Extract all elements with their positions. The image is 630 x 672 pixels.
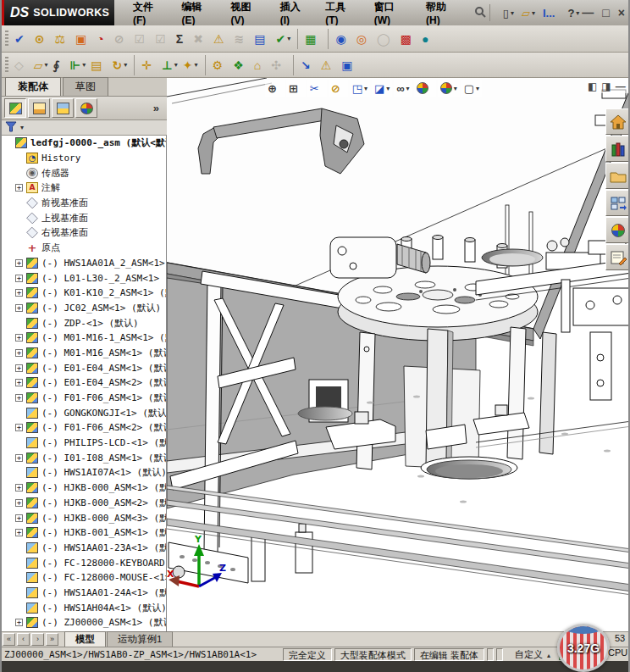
- close-button[interactable]: ×: [618, 7, 625, 19]
- expand-toggle[interactable]: +: [15, 379, 23, 386]
- configuration-manager-tab-button[interactable]: [52, 98, 74, 118]
- tree-item[interactable]: + (-) I01-I08_ASM<1> (默认): [2, 450, 166, 465]
- expand-toggle[interactable]: +: [15, 349, 23, 357]
- target-rings-icon[interactable]: ◎▾: [354, 29, 374, 49]
- tree-item[interactable]: + ledfgj-0000-_asm (默认<默认: [2, 136, 166, 151]
- minimize-button[interactable]: —: [582, 7, 594, 19]
- smart-fasteners-icon[interactable]: ✦▾: [180, 55, 201, 75]
- expand-toggle[interactable]: +: [15, 514, 23, 522]
- hide-show-items-icon[interactable]: ∞▾: [394, 80, 412, 97]
- toolbar-drag-handle[interactable]: [5, 31, 8, 47]
- tree-item[interactable]: + (-) ZDP-<1> (默认): [2, 315, 166, 330]
- tree-item[interactable]: + (-) HJKB-000_ASM<1> (默认): [2, 480, 166, 496]
- dropdown-arrow-icon[interactable]: ▾: [511, 9, 514, 17]
- command-tab[interactable]: 装配体: [5, 77, 61, 96]
- compare-parts-icon[interactable]: ▩▾: [398, 29, 419, 49]
- disabled-tool-icon[interactable]: ✣▾: [268, 55, 289, 75]
- tree-item[interactable]: + 前视基准面: [2, 196, 166, 211]
- belt-chain-icon[interactable]: ↘▾: [293, 55, 318, 75]
- tree-item[interactable]: + (-) HWS1AA01-23A<1> (默认): [2, 541, 166, 556]
- task-pane-custom-properties-tab[interactable]: [605, 244, 630, 270]
- menu-item[interactable]: 插入(I): [274, 0, 316, 29]
- dropdown-arrow-icon[interactable]: ▾: [45, 61, 48, 69]
- tree-item[interactable]: + (-) M01-M16-1_ASM<1> (默认): [2, 330, 166, 346]
- expand-toggle[interactable]: +: [15, 184, 23, 192]
- doc-compare-icon[interactable]: ▤▾: [251, 29, 273, 49]
- approve-disabled-icon[interactable]: ◯▾: [374, 29, 398, 49]
- expand-toggle[interactable]: +: [15, 364, 23, 372]
- dropdown-arrow-icon[interactable]: ▾: [386, 85, 390, 92]
- tree-item[interactable]: + (-) E01-E04_ASM<2> (默认): [2, 375, 166, 391]
- tree-item[interactable]: + 上视基准面: [2, 210, 166, 225]
- performance-evaluation-icon[interactable]: ◔▾: [94, 29, 111, 49]
- table-delete-icon[interactable]: ▦▾: [297, 29, 323, 49]
- dropdown-arrow-icon[interactable]: ▾: [406, 85, 410, 92]
- mass-properties-icon[interactable]: ⚖▾: [52, 29, 74, 49]
- expand-toggle[interactable]: +: [15, 289, 23, 297]
- section-properties-icon[interactable]: ▣▾: [73, 29, 94, 49]
- tree-item[interactable]: + 传感器: [2, 165, 166, 180]
- custom-arrow-icon[interactable]: ▴: [547, 652, 550, 659]
- expand-toggle[interactable]: +: [15, 529, 23, 536]
- dropdown-arrow-icon[interactable]: ▾: [124, 61, 127, 69]
- motion-last-button[interactable]: »: [46, 633, 58, 646]
- menu-item[interactable]: 窗口(W): [368, 0, 416, 29]
- tree-item[interactable]: + (-) M01-M16_ASM<1> (默认): [2, 346, 166, 361]
- expand-toggle[interactable]: +: [15, 304, 23, 312]
- component-preview-icon[interactable]: ▤▾: [88, 55, 109, 75]
- move-component-icon[interactable]: ✛▾: [134, 55, 159, 75]
- filter-dropdown-arrow[interactable]: ▾: [20, 124, 24, 131]
- open-part-icon[interactable]: ▱▾: [31, 55, 51, 75]
- doc-pane-left-icon[interactable]: ◧: [588, 81, 597, 92]
- dropdown-arrow-icon[interactable]: ▾: [287, 35, 290, 42]
- tree-item[interactable]: + (-) PHILIPS-LCD-<1> (默认): [2, 436, 166, 451]
- insert-component-icon[interactable]: ◇▾: [12, 55, 31, 75]
- dropdown-arrow-icon[interactable]: ▾: [82, 61, 86, 69]
- document-tab[interactable]: 模型: [64, 631, 106, 647]
- tree-item[interactable]: + (-) HJKB-001_ASM<1> (默认): [2, 525, 166, 541]
- property-manager-tab-button[interactable]: [28, 98, 50, 118]
- dropdown-arrow-icon[interactable]: ▾: [174, 61, 178, 69]
- zoom-area-icon[interactable]: ⊞▾: [286, 80, 306, 97]
- simulation-icon[interactable]: ⚠▾: [318, 55, 340, 75]
- mates-icon[interactable]: ⊩▾: [67, 55, 88, 75]
- task-pane-view-palette-tab[interactable]: [605, 190, 630, 216]
- task-pane-file-explorer-tab[interactable]: [605, 163, 630, 189]
- expand-toggle[interactable]: +: [15, 454, 23, 462]
- maximize-button[interactable]: □: [602, 7, 609, 19]
- spellcheck-icon[interactable]: ✔▾: [12, 29, 32, 49]
- motion-prev-button[interactable]: ‹: [17, 633, 30, 646]
- expand-toggle[interactable]: +: [15, 619, 23, 626]
- assembly-visualize-icon[interactable]: ⌂▾: [251, 55, 268, 75]
- tree-item[interactable]: + (-) K01-K10_2_ASM<1> (默认): [2, 286, 166, 301]
- more-commands-label[interactable]: I...▾: [540, 6, 562, 20]
- tree-item[interactable]: + (-) F01-F06_ASM<2> (默认): [2, 420, 166, 436]
- section-cylinder-icon[interactable]: ⊘▾: [329, 80, 348, 97]
- edit-appearance-icon[interactable]: ▾: [414, 80, 436, 97]
- display-manager-tab-button[interactable]: [75, 98, 97, 118]
- tree-item[interactable]: + (-) HWS1AA01A_2_ASM<1> (默认): [2, 256, 166, 271]
- expand-toggle[interactable]: +: [15, 484, 23, 492]
- tree-item[interactable]: + (-) FC-128000-KEYBOARD--<: [2, 555, 166, 570]
- motion-first-button[interactable]: «: [3, 633, 15, 646]
- doc-minimize-icon[interactable]: —: [616, 81, 626, 92]
- tree-item[interactable]: + (-) E01-E04_ASM<1> (默认): [2, 360, 166, 375]
- view-orientation-icon[interactable]: ◳▾: [350, 80, 370, 97]
- tree-item[interactable]: + 注解: [2, 180, 166, 196]
- status-custom[interactable]: 自定义 ▴: [515, 648, 550, 661]
- dropdown-arrow-icon[interactable]: ▾: [364, 85, 368, 92]
- feature-manager-tab-button[interactable]: [4, 98, 26, 118]
- section-view-icon[interactable]: ✂▾: [307, 80, 327, 97]
- design-checker-icon[interactable]: ✔▾: [273, 29, 293, 49]
- statistics-icon[interactable]: ⊘▾: [112, 29, 132, 49]
- expand-toggle[interactable]: +: [15, 499, 23, 507]
- isolate-window-icon[interactable]: ❖▾: [230, 55, 251, 75]
- task-pane-appearances-tab[interactable]: [605, 217, 630, 243]
- search-icon[interactable]: [474, 6, 486, 20]
- expand-toggle[interactable]: +: [15, 259, 23, 267]
- tree-item[interactable]: + 右视基准面: [2, 225, 166, 241]
- menu-item[interactable]: 帮助(H): [419, 0, 466, 29]
- menu-item[interactable]: 工具(T): [318, 0, 363, 29]
- snapshot-icon[interactable]: ▣▾: [339, 55, 360, 75]
- task-pane-resources-tab[interactable]: [605, 108, 630, 135]
